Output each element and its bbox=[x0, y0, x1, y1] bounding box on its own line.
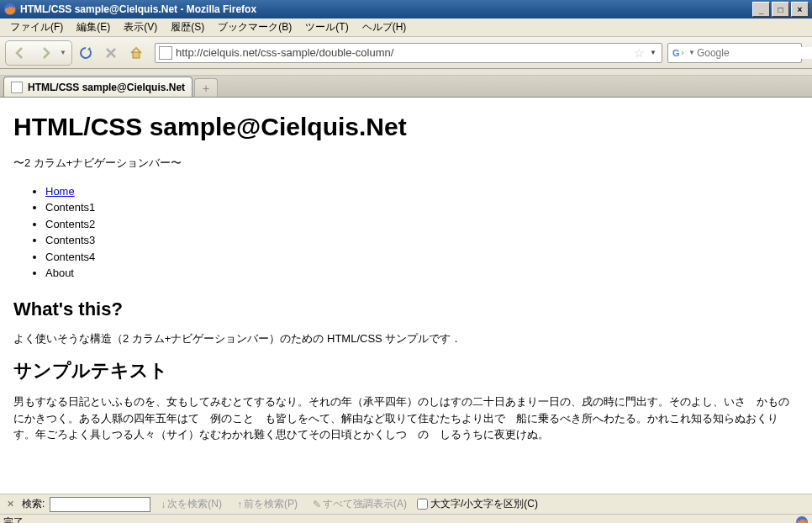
window-controls: _ □ × bbox=[752, 2, 809, 17]
nav-list: Home Contents1 Contents2 Contents3 Conte… bbox=[13, 183, 799, 282]
checkbox[interactable] bbox=[417, 499, 428, 510]
menu-view[interactable]: 表示(V) bbox=[117, 18, 164, 36]
page-content[interactable]: HTML/CSS sample@Cielquis.Net 〜2 カラム+ナビゲー… bbox=[0, 98, 812, 494]
firefox-icon bbox=[3, 3, 17, 16]
status-bar: 完了 bbox=[0, 514, 812, 523]
section-heading: サンプルテキスト bbox=[13, 358, 799, 383]
find-label: 検索: bbox=[22, 497, 45, 511]
section-heading: What's this? bbox=[13, 298, 799, 320]
highlight-icon: ✎ bbox=[313, 499, 321, 510]
list-item: Contents4 bbox=[45, 249, 799, 266]
window-titlebar: HTML/CSS sample@Cielquis.Net - Mozilla F… bbox=[0, 0, 812, 18]
bookmark-star-icon[interactable]: ☆ bbox=[630, 46, 648, 60]
list-item: Contents3 bbox=[45, 232, 799, 249]
content-area: HTML/CSS sample@Cielquis.Net 〜2 カラム+ナビゲー… bbox=[0, 98, 812, 494]
page-heading: HTML/CSS sample@Cielquis.Net bbox=[13, 113, 799, 141]
page-subtitle: 〜2 カラム+ナビゲーションバー〜 bbox=[13, 155, 799, 172]
close-button[interactable]: × bbox=[791, 2, 809, 17]
menu-tools[interactable]: ツール(T) bbox=[298, 18, 355, 36]
find-input[interactable] bbox=[50, 497, 150, 512]
menu-help[interactable]: ヘルプ(H) bbox=[356, 18, 414, 36]
new-tab-button[interactable]: + bbox=[194, 78, 218, 97]
menu-edit[interactable]: 編集(E) bbox=[70, 18, 117, 36]
nav-link-home[interactable]: Home bbox=[45, 185, 75, 198]
navigation-toolbar: ▼ ☆ ▼ G ▼ bbox=[0, 37, 812, 69]
tab-label: HTML/CSS sample@Cielquis.Net bbox=[28, 82, 185, 93]
back-forward-group: ▼ bbox=[5, 40, 72, 66]
list-item: Home bbox=[45, 183, 799, 200]
url-bar-container: ☆ ▼ G ▼ bbox=[155, 43, 802, 63]
maximize-button[interactable]: □ bbox=[772, 2, 789, 17]
google-icon[interactable]: G bbox=[672, 46, 685, 60]
find-next-button[interactable]: ↓次を検索(N) bbox=[156, 495, 227, 513]
list-item: Contents1 bbox=[45, 199, 799, 216]
search-engine-dropdown-icon[interactable]: ▼ bbox=[687, 49, 697, 56]
status-text: 完了 bbox=[3, 515, 795, 524]
page-icon bbox=[159, 46, 172, 60]
find-case-checkbox[interactable]: 大文字/小文字を区別(C) bbox=[417, 497, 538, 511]
list-item: About bbox=[45, 265, 799, 282]
arrow-down-icon: ↓ bbox=[161, 499, 166, 510]
tab-bar: HTML/CSS sample@Cielquis.Net + bbox=[0, 76, 812, 98]
url-input[interactable] bbox=[176, 46, 630, 59]
arrow-up-icon: ↑ bbox=[237, 499, 242, 510]
back-button[interactable] bbox=[8, 41, 33, 65]
tab-active[interactable]: HTML/CSS sample@Cielquis.Net bbox=[3, 77, 192, 97]
search-box[interactable]: G ▼ bbox=[667, 43, 802, 63]
find-prev-button[interactable]: ↑前を検索(P) bbox=[232, 495, 303, 513]
menu-bar: ファイル(F) 編集(E) 表示(V) 履歴(S) ブックマーク(B) ツール(… bbox=[0, 18, 812, 37]
forward-button[interactable] bbox=[33, 41, 58, 65]
minimize-button[interactable]: _ bbox=[752, 2, 770, 17]
tab-page-icon bbox=[11, 82, 23, 93]
list-item: Contents2 bbox=[45, 216, 799, 233]
svg-rect-1 bbox=[133, 52, 140, 58]
stop-button[interactable] bbox=[101, 43, 121, 63]
window-title: HTML/CSS sample@Cielquis.Net - Mozilla F… bbox=[20, 3, 752, 15]
svg-text:G: G bbox=[672, 48, 680, 58]
find-bar: ✕ 検索: ↓次を検索(N) ↑前を検索(P) ✎すべて強調表示(A) 大文字/… bbox=[0, 494, 812, 514]
url-bar[interactable]: ☆ ▼ bbox=[155, 43, 662, 63]
menu-history[interactable]: 履歴(S) bbox=[164, 18, 211, 36]
paragraph: よく使いそうな構造（2 カラム+ナビゲーションバー）のための HTML/CSS … bbox=[13, 330, 799, 347]
url-dropdown-icon[interactable]: ▼ bbox=[648, 49, 658, 56]
find-highlight-button[interactable]: ✎すべて強調表示(A) bbox=[308, 495, 412, 513]
nav-history-dropdown-icon[interactable]: ▼ bbox=[58, 49, 68, 56]
paragraph: 男もすなる日記といふものを、女もしてみむとてするなり。それの年（承平四年）のしは… bbox=[13, 394, 799, 443]
reload-button[interactable] bbox=[76, 43, 96, 63]
menu-file[interactable]: ファイル(F) bbox=[3, 18, 70, 36]
find-close-button[interactable]: ✕ bbox=[3, 498, 17, 511]
home-button[interactable] bbox=[126, 43, 146, 63]
firefox-status-icon bbox=[795, 515, 809, 523]
toolbar-separator bbox=[0, 69, 812, 76]
search-input[interactable] bbox=[697, 47, 812, 59]
menu-bookmarks[interactable]: ブックマーク(B) bbox=[211, 18, 298, 36]
